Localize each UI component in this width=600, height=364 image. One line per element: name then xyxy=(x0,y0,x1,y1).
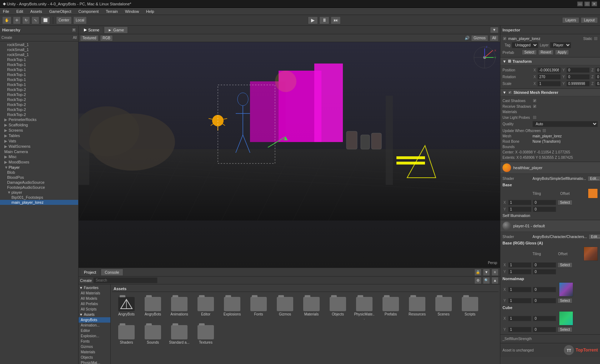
tool-move[interactable]: ✛ xyxy=(13,16,21,24)
h-item[interactable]: Blob xyxy=(0,170,78,175)
menu-component[interactable]: Component xyxy=(77,9,100,14)
hb-select-btn[interactable]: Select xyxy=(558,200,572,205)
char-offset-x[interactable] xyxy=(533,262,556,268)
folder-shaders[interactable]: Shaders xyxy=(114,324,139,346)
menu-window[interactable]: Window xyxy=(124,9,140,14)
folder-editor[interactable]: Editor xyxy=(194,295,218,322)
cube-tiling-x[interactable] xyxy=(508,316,531,321)
proj-all-models[interactable]: All Models xyxy=(79,296,110,301)
play-button[interactable]: ▶ xyxy=(308,16,318,24)
proj-explosions[interactable]: Explosion... xyxy=(79,333,110,339)
folder-sounds[interactable]: Sounds xyxy=(141,324,165,346)
h-item[interactable]: RockTop-1 xyxy=(0,77,78,82)
create-btn[interactable]: Create xyxy=(80,278,92,283)
hb-offset-y[interactable] xyxy=(533,207,556,212)
rot-y-field[interactable] xyxy=(566,74,590,80)
maximize-button[interactable]: □ xyxy=(584,1,590,6)
close-panel-btn[interactable]: ▼ xyxy=(490,27,499,33)
cube-select-btn[interactable]: Select xyxy=(558,327,572,332)
tool-hand[interactable]: ✋ xyxy=(2,16,11,24)
hierarchy-content[interactable]: rockSmall_1 rockSmall_1 rockSmall_1 Rock… xyxy=(0,41,78,364)
lock-icon[interactable]: 🔒 xyxy=(474,269,481,276)
char-edit-btn[interactable]: Edit... xyxy=(589,234,600,239)
h-item[interactable]: ▼player xyxy=(0,190,78,195)
folder-textures[interactable]: Textures xyxy=(194,324,218,346)
layout-dropdown[interactable]: Layout xyxy=(581,17,598,23)
folder-physicmate[interactable]: PhysicMate... xyxy=(352,295,376,322)
h-item[interactable]: FootstepAudioSource xyxy=(0,185,78,190)
rot-x-field[interactable] xyxy=(538,74,561,80)
favorites-group[interactable]: ▼ Favorites xyxy=(79,285,110,290)
color-swatch[interactable] xyxy=(588,188,598,198)
h-item[interactable]: ▶Tables xyxy=(0,133,78,138)
proj-all-materials[interactable]: All Materials xyxy=(79,290,110,296)
select-btn[interactable]: Select xyxy=(522,50,537,55)
close-button[interactable]: ✕ xyxy=(591,1,597,6)
apply-btn[interactable]: Apply xyxy=(555,50,569,55)
folder-objects[interactable]: Objects xyxy=(326,295,350,322)
h-item[interactable]: Main Camera xyxy=(0,149,78,154)
collapse-icon[interactable]: ▼ xyxy=(483,269,490,276)
folder-angrybots-logo[interactable]: AngryBots xyxy=(114,295,139,322)
h-item[interactable]: ▶WallScreens xyxy=(0,144,78,149)
h-item[interactable]: RockTop-2 xyxy=(0,102,78,107)
h-item-main-player-lorez[interactable]: main_player_lorez xyxy=(0,200,78,205)
hierarchy-close[interactable]: ≡ xyxy=(72,28,76,32)
character-mat-header[interactable]: player-01 - default xyxy=(500,220,600,232)
cube-tiling-y[interactable] xyxy=(508,327,531,332)
pos-x-field[interactable] xyxy=(538,67,561,73)
tool-rotate[interactable]: ↻ xyxy=(22,16,30,24)
step-button[interactable]: ⏭ xyxy=(331,16,341,24)
layer-dropdown[interactable]: Player xyxy=(550,42,571,48)
minimize-button[interactable]: — xyxy=(577,1,583,6)
tag-dropdown[interactable]: Untagged xyxy=(512,42,538,48)
proj-animations[interactable]: Animation... xyxy=(79,323,110,328)
folder-fonts[interactable]: Fonts xyxy=(246,295,271,322)
healthbar-header[interactable]: healthbar_player xyxy=(500,162,600,174)
folder-standard[interactable]: Standard a... xyxy=(167,324,191,346)
menu-edit[interactable]: Edit xyxy=(15,9,25,14)
char-select-btn[interactable]: Select xyxy=(558,262,572,268)
hb-tiling-x[interactable] xyxy=(508,200,531,205)
collapse-icon2[interactable]: ▲ xyxy=(491,277,499,284)
console-tab[interactable]: Console xyxy=(101,269,123,276)
scale-z-field[interactable] xyxy=(595,81,600,86)
folder-angrybots[interactable]: AngryBots xyxy=(141,295,165,322)
proj-materials[interactable]: Materials xyxy=(79,349,110,355)
folder-explosions[interactable]: Explosions xyxy=(220,295,244,322)
proj-angrybots[interactable]: AngryBots xyxy=(79,317,110,323)
static-checkbox[interactable] xyxy=(594,36,598,41)
pos-z-field[interactable] xyxy=(595,67,600,73)
folder-gizmos[interactable]: Gizmos xyxy=(273,295,297,322)
smr-checkbox[interactable]: ✓ xyxy=(508,90,512,95)
proj-all-prefabs[interactable]: All Prefabs xyxy=(79,301,110,307)
settings-icon[interactable]: ⚙ xyxy=(474,277,481,284)
folder-materials[interactable]: Materials xyxy=(299,295,324,322)
h-item[interactable]: RockTop-2 xyxy=(0,92,78,97)
menu-assets[interactable]: Assets xyxy=(29,9,44,14)
h-item[interactable]: RockTop-2 xyxy=(0,112,78,117)
nm-offset-x[interactable] xyxy=(533,287,556,292)
h-item[interactable]: RockTop-2 xyxy=(0,97,78,102)
proj-all-scripts[interactable]: All Scripts xyxy=(79,307,110,312)
folder-scenes[interactable]: Scenes xyxy=(431,295,456,322)
menu-gameobject[interactable]: GameObject xyxy=(48,9,73,14)
menu-icon[interactable]: ≡ xyxy=(491,269,499,276)
char-texture-thumb[interactable] xyxy=(584,247,598,261)
h-item[interactable]: RockTop-1 xyxy=(0,72,78,77)
pivot-local-button[interactable]: Local xyxy=(73,16,87,24)
char-tiling-x[interactable] xyxy=(508,262,531,268)
rot-z-field[interactable] xyxy=(595,74,600,80)
pause-button[interactable]: ⏸ xyxy=(319,16,329,24)
nm-tiling-y[interactable] xyxy=(508,298,531,303)
folder-prefabs[interactable]: Prefabs xyxy=(379,295,403,322)
nm-offset-y[interactable] xyxy=(533,298,556,303)
receive-shadows-checkbox[interactable]: ✓ xyxy=(532,104,537,108)
h-item[interactable]: Bip001_Footsteps xyxy=(0,195,78,200)
scale-y-field[interactable] xyxy=(566,81,590,86)
h-item[interactable]: DamageAudioSource xyxy=(0,180,78,185)
proj-objects[interactable]: Objects xyxy=(79,355,110,360)
menu-file[interactable]: File xyxy=(1,9,11,14)
h-item[interactable]: ▶Screens xyxy=(0,128,78,133)
project-main[interactable]: Assets AngryBots xyxy=(111,284,500,364)
